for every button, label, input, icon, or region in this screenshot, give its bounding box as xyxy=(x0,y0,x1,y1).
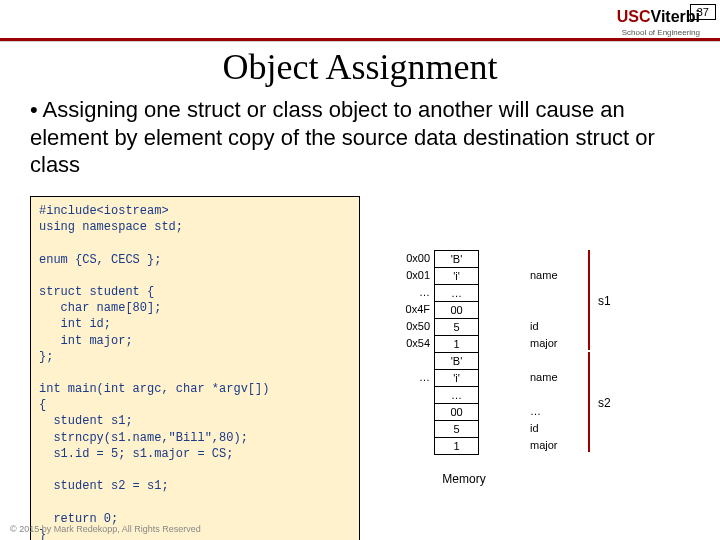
copyright: © 2015 by Mark Redekopp, All Rights Rese… xyxy=(10,524,201,534)
memory-diagram: 0x000x01…0x4F0x500x54… 'B''i'…0051'B''i'… xyxy=(400,250,700,455)
brace-s2 xyxy=(588,352,590,452)
label-s2: s2 xyxy=(598,396,611,410)
label-s1: s1 xyxy=(598,294,611,308)
slide-title: Object Assignment xyxy=(0,46,720,88)
code-block: #include<iostream> using namespace std; … xyxy=(30,196,360,540)
bullet-text: Assigning one struct or class object to … xyxy=(30,96,700,179)
memory-label: Memory xyxy=(442,472,486,486)
brace-s1 xyxy=(588,250,590,350)
usc-logo: USCViterbi School of Engineering xyxy=(617,8,700,37)
divider-grey xyxy=(0,41,720,42)
